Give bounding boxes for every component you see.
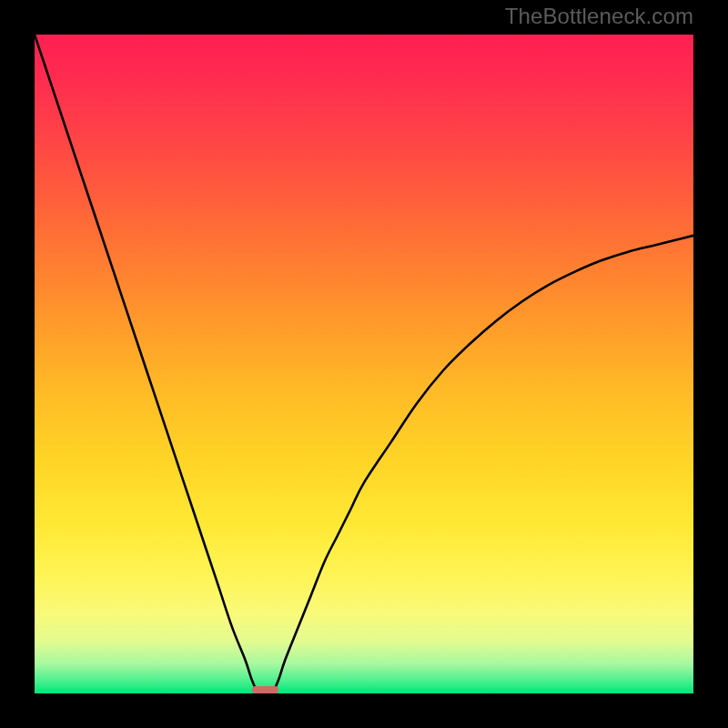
- attribution-text: TheBottleneck.com: [505, 5, 693, 27]
- plot-area: [35, 35, 693, 693]
- bottleneck-curve: [35, 35, 693, 693]
- bottleneck-chart: TheBottleneck.com: [0, 0, 728, 728]
- minimum-marker: [252, 686, 278, 693]
- curve-layer: [35, 35, 693, 693]
